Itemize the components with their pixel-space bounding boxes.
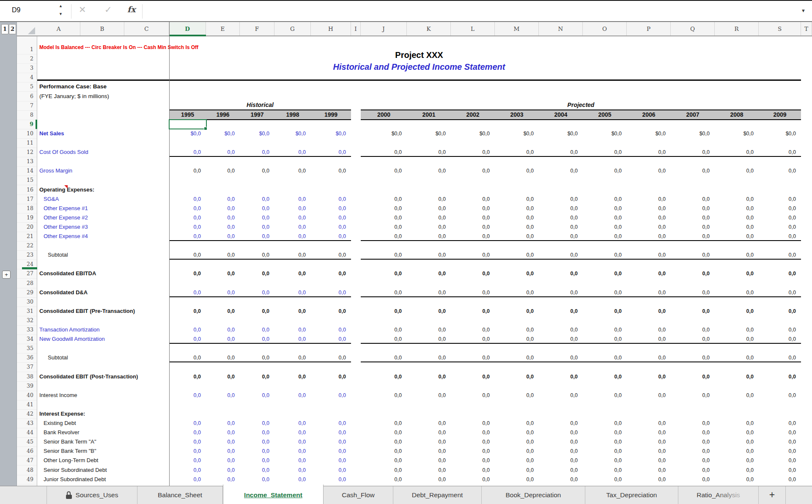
- cell-r46-J[interactable]: 0,0: [361, 446, 402, 456]
- cell-r10-L[interactable]: $0,0: [451, 129, 490, 138]
- row-label-r31[interactable]: Consolidated EBIT (Pre-Transaction): [39, 307, 135, 316]
- row-header-9[interactable]: 9: [17, 120, 37, 129]
- column-header-G[interactable]: G: [274, 22, 311, 36]
- cell-r49-M[interactable]: 0,0: [495, 475, 534, 484]
- cell-r27-O[interactable]: 0,0: [583, 269, 622, 278]
- cell-r17-N[interactable]: 0,0: [539, 194, 578, 204]
- cell-r21-N[interactable]: 0,0: [539, 232, 578, 241]
- cell-r23-K[interactable]: 0,0: [407, 250, 446, 260]
- row-label-r36[interactable]: Subtotal: [48, 353, 68, 362]
- row-header-39[interactable]: 39: [17, 381, 37, 391]
- sheet-tab-tax_depreciation[interactable]: Tax_Depreciation: [585, 486, 678, 504]
- cell-r31-F[interactable]: 0,0: [240, 307, 269, 316]
- cell-r47-K[interactable]: 0,0: [407, 456, 446, 465]
- cell-r19-P[interactable]: 0,0: [627, 213, 666, 222]
- cell-r45-Q[interactable]: 0,0: [671, 437, 710, 446]
- cell-r36-O[interactable]: 0,0: [583, 353, 622, 362]
- cell-r40-M[interactable]: 0,0: [495, 391, 534, 400]
- row-label-r21[interactable]: Other Expense #4: [44, 232, 88, 241]
- cell-r48-D[interactable]: 0,0: [169, 466, 201, 475]
- cell-r21-P[interactable]: 0,0: [627, 232, 666, 241]
- cell-r21-R[interactable]: 0,0: [715, 232, 754, 241]
- cell-r34-E[interactable]: 0,0: [206, 334, 235, 344]
- cell-r18-S[interactable]: 0,0: [759, 204, 796, 213]
- row-header-11[interactable]: 11: [17, 138, 37, 148]
- cell-r31-G[interactable]: 0,0: [274, 307, 306, 316]
- column-header-Q[interactable]: Q: [671, 22, 715, 36]
- row-header-31[interactable]: 31: [17, 307, 37, 316]
- year-header-1999[interactable]: 1999: [311, 110, 351, 119]
- cell-r33-D[interactable]: 0,0: [169, 325, 201, 334]
- cell-r17-M[interactable]: 0,0: [495, 194, 534, 204]
- row-label-r34[interactable]: New Goodwill Amortization: [39, 334, 105, 344]
- row-label-r46[interactable]: Senior Bank Term "B": [44, 446, 96, 456]
- cell-r48-G[interactable]: 0,0: [274, 466, 306, 475]
- row-header-49[interactable]: 49: [17, 475, 37, 485]
- cell-r49-H[interactable]: 0,0: [311, 475, 346, 484]
- cell-r14-M[interactable]: 0,0: [495, 166, 534, 175]
- row-header-29[interactable]: 29: [17, 288, 37, 298]
- cell-r43-M[interactable]: 0,0: [495, 419, 534, 428]
- cell-r45-R[interactable]: 0,0: [715, 437, 754, 446]
- row-header-41[interactable]: 41: [17, 400, 37, 410]
- cell-r48-S[interactable]: 0,0: [759, 466, 796, 475]
- cell-r23-O[interactable]: 0,0: [583, 250, 622, 260]
- cell-r29-E[interactable]: 0,0: [206, 288, 235, 297]
- cell-r27-E[interactable]: 0,0: [206, 269, 235, 278]
- cell-r23-H[interactable]: 0,0: [311, 250, 346, 260]
- name-box-spinner-down-icon[interactable]: ▼: [59, 12, 63, 16]
- cell-r14-F[interactable]: 0,0: [240, 166, 269, 175]
- cell-r17-S[interactable]: 0,0: [759, 194, 796, 204]
- cell-r17-P[interactable]: 0,0: [627, 194, 666, 204]
- cell-r14-J[interactable]: 0,0: [361, 166, 402, 175]
- cell-r47-E[interactable]: 0,0: [206, 456, 235, 465]
- cell-r45-G[interactable]: 0,0: [274, 437, 306, 446]
- cell-r29-O[interactable]: 0,0: [583, 288, 622, 297]
- column-header-M[interactable]: M: [495, 22, 539, 36]
- formula-input[interactable]: [148, 4, 795, 19]
- row-header-14[interactable]: 14: [17, 166, 37, 176]
- cell-r21-M[interactable]: 0,0: [495, 232, 534, 241]
- cell-r27-D[interactable]: 0,0: [169, 269, 201, 278]
- cell-r46-M[interactable]: 0,0: [495, 446, 534, 456]
- cell-r19-N[interactable]: 0,0: [539, 213, 578, 222]
- cell-r45-P[interactable]: 0,0: [627, 437, 666, 446]
- cell-r36-D[interactable]: 0,0: [169, 353, 201, 362]
- cell-r27-J[interactable]: 0,0: [361, 269, 402, 278]
- cell-r44-J[interactable]: 0,0: [361, 428, 402, 437]
- cell-r33-R[interactable]: 0,0: [715, 325, 754, 334]
- row-header-16[interactable]: 16: [17, 185, 37, 195]
- cell-r31-D[interactable]: 0,0: [169, 307, 201, 316]
- row-header-43[interactable]: 43: [17, 419, 37, 428]
- select-all-corner[interactable]: [28, 27, 35, 34]
- row-header-7[interactable]: 7: [17, 101, 37, 111]
- cell-r12-E[interactable]: 0,0: [206, 148, 235, 157]
- cell-r20-F[interactable]: 0,0: [240, 222, 269, 232]
- model-status-banner[interactable]: Model Is Balanced --- Circ Breaker Is On…: [39, 43, 198, 52]
- cell-r47-N[interactable]: 0,0: [539, 456, 578, 465]
- cell-r18-N[interactable]: 0,0: [539, 204, 578, 213]
- cell-r18-E[interactable]: 0,0: [206, 204, 235, 213]
- cell-r10-Q[interactable]: $0,0: [671, 129, 710, 138]
- cell-r17-R[interactable]: 0,0: [715, 194, 754, 204]
- cell-r27-R[interactable]: 0,0: [715, 269, 754, 278]
- cell-r34-G[interactable]: 0,0: [274, 334, 306, 344]
- row-header-38[interactable]: 38: [17, 372, 37, 382]
- row-label-r40[interactable]: Interest Income: [39, 391, 77, 400]
- cell-r29-F[interactable]: 0,0: [240, 288, 269, 297]
- cell-r29-P[interactable]: 0,0: [627, 288, 666, 297]
- cell-r38-S[interactable]: 0,0: [759, 372, 796, 381]
- cell-r48-M[interactable]: 0,0: [495, 466, 534, 475]
- cell-r29-H[interactable]: 0,0: [311, 288, 346, 297]
- cell-r36-N[interactable]: 0,0: [539, 353, 578, 362]
- cell-r23-F[interactable]: 0,0: [240, 250, 269, 260]
- cell-r36-K[interactable]: 0,0: [407, 353, 446, 362]
- cell-r27-Q[interactable]: 0,0: [671, 269, 710, 278]
- cell-r47-P[interactable]: 0,0: [627, 456, 666, 465]
- row-header-40[interactable]: 40: [17, 391, 37, 400]
- cell-r34-H[interactable]: 0,0: [311, 334, 346, 344]
- cell-r40-H[interactable]: 0,0: [311, 391, 346, 400]
- row-header-2[interactable]: 2: [17, 54, 37, 64]
- cell-r48-P[interactable]: 0,0: [627, 466, 666, 475]
- cell-r34-P[interactable]: 0,0: [627, 334, 666, 344]
